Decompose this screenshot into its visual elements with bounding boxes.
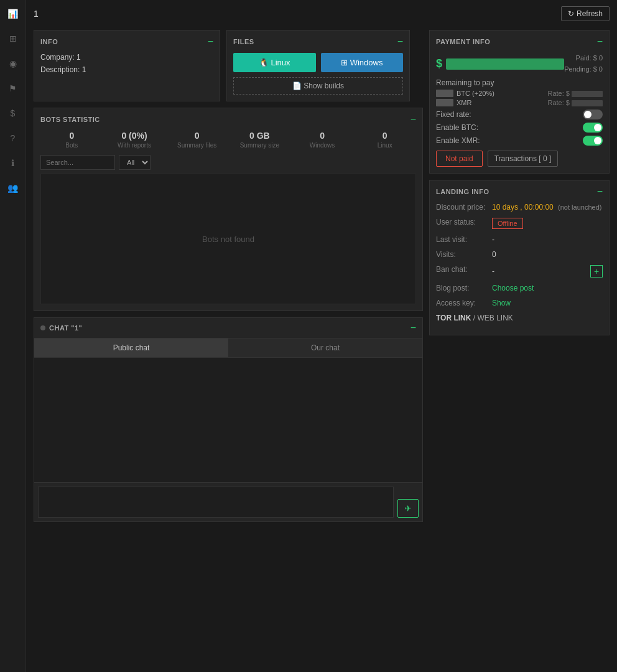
files-panel-header: FILES − [233,37,403,47]
chat-input-area: ✈ [34,482,422,521]
header-row: 1 ↻ Refresh [34,6,610,21]
enable-xmr-row: Enable XMR: [436,136,603,146]
globe-icon[interactable]: ◉ [6,56,21,71]
stats-row: 0 Bots 0 (0%) With reports 0 Summary fil… [40,131,416,149]
linux-button[interactable]: 🐧 Linux [233,53,316,72]
btc-label: BTC (+20%) [457,90,547,97]
payment-panel-title: PAYMENT INFO [436,38,490,45]
ban-chat-label: Ban chat: [436,265,492,274]
flag-icon[interactable]: ⚑ [6,81,21,96]
last-visit-label: Last visit: [436,235,492,244]
landing-panel-header: LANDING INFO − [436,187,603,197]
enable-xmr-label: Enable XMR: [436,136,480,145]
top-section: INFO − Company: 1 Description: 1 [34,30,610,522]
chat-panel-title: CHAT "1" [49,324,82,332]
files-panel-title: FILES [233,38,254,45]
web-link-label: WEB LINK [477,314,513,322]
info-icon[interactable]: ℹ [6,156,21,170]
tor-web-link: TOR LINK / WEB LINK [436,314,513,322]
files-panel: FILES − 🐧 Linux ⊞ Windows 📄 Show builds [226,30,410,101]
blog-post-value: Choose post [492,284,603,292]
user-status-value: Offline [492,218,603,229]
enable-btc-label: Enable BTC: [436,123,478,132]
choose-post-link[interactable]: Choose post [492,284,534,292]
right-column: PAYMENT INFO − $ Paid: $ 0 Pending: $ 0 … [429,30,610,522]
send-icon: ✈ [404,503,412,513]
chat-header: CHAT "1" − [34,318,422,338]
not-paid-button[interactable]: Not paid [436,151,483,167]
visits-value: 0 [492,250,603,259]
access-key-label: Access key: [436,299,492,307]
bots-collapse-button[interactable]: − [411,114,416,124]
enable-xmr-toggle[interactable] [583,136,603,146]
dollar-icon[interactable]: $ [6,106,21,121]
chat-title-row: CHAT "1" [40,324,82,332]
payment-panel: PAYMENT INFO − $ Paid: $ 0 Pending: $ 0 … [429,30,610,174]
bots-panel-header: BOTS STATISTIC − [40,114,416,124]
stat-bots-num: 0 [40,131,103,141]
info-panel: INFO − Company: 1 Description: 1 [34,30,220,101]
show-access-key-button[interactable]: Show [492,299,511,307]
our-chat-tab[interactable]: Our chat [228,338,422,357]
status-badge: Offline [492,218,523,229]
chat-status-dot [40,325,45,330]
landing-panel: LANDING INFO − Discount price: 10 days ,… [429,180,610,335]
company-row: Company: 1 [40,53,213,62]
stat-windows-label: Windows [291,142,354,149]
chart-icon[interactable]: 📊 [6,6,21,21]
discount-value: 10 days , 00:00:00 (not launched) [492,203,603,212]
ban-chat-add-button[interactable]: + [590,265,603,278]
main-content: 1 ↻ Refresh INFO − [26,0,617,672]
chat-collapse-button[interactable]: − [411,323,416,333]
last-visit-row: Last visit: - [436,235,603,244]
info-files-row: INFO − Company: 1 Description: 1 [34,30,423,101]
grid-icon[interactable]: ⊞ [6,31,21,46]
search-input[interactable] [40,155,115,170]
stat-bots: 0 Bots [40,131,103,149]
chat-input[interactable] [38,487,394,518]
search-filter-row: All [40,155,416,170]
page-title: 1 [34,9,39,19]
xmr-bar [436,99,453,106]
access-key-value: Show [492,299,603,307]
show-builds-button[interactable]: 📄 Show builds [233,77,403,95]
ban-chat-control: - + [492,265,603,278]
landing-collapse-button[interactable]: − [597,187,603,197]
landing-panel-title: LANDING INFO [436,188,489,195]
bots-panel: BOTS STATISTIC − 0 Bots 0 (0%) With repo… [34,108,423,311]
btc-bar [436,90,453,97]
refresh-button[interactable]: ↻ Refresh [561,6,610,21]
os-buttons: 🐧 Linux ⊞ Windows [233,53,403,72]
payment-bar [446,58,564,70]
pending-amount: Pending: $ 0 [564,64,603,75]
help-icon[interactable]: ? [6,131,21,146]
visits-label: Visits: [436,250,492,259]
payment-dollar-row: $ Paid: $ 0 Pending: $ 0 [436,53,603,75]
stat-windows: 0 Windows [291,131,354,149]
btc-row: BTC (+20%) Rate: $ [436,90,603,97]
discount-label: Discount price: [436,203,492,212]
files-collapse-button[interactable]: − [397,37,403,47]
fixed-rate-label: Fixed rate: [436,110,471,119]
stat-linux-num: 0 [353,131,416,141]
info-collapse-button[interactable]: − [208,37,213,47]
fixed-rate-toggle[interactable] [583,110,603,119]
stat-size-num: 0 GB [228,131,291,141]
send-button[interactable]: ✈ [397,499,419,518]
public-chat-tab[interactable]: Public chat [34,338,228,357]
enable-btc-toggle[interactable] [583,123,603,133]
access-key-row: Access key: Show [436,299,603,307]
users-icon[interactable]: 👥 [6,180,21,195]
info-panel-title: INFO [40,38,58,45]
payment-collapse-button[interactable]: − [597,37,603,47]
bots-panel-title: BOTS STATISTIC [40,116,100,123]
sidebar: 📊 ⊞ ◉ ⚑ $ ? ℹ 👥 [0,0,26,672]
stat-bots-label: Bots [40,142,103,149]
windows-button[interactable]: ⊞ Windows [321,53,404,72]
info-panel-header: INFO − [40,37,213,47]
bots-table: Bots not found [40,174,416,304]
transactions-button[interactable]: Transactions [ 0 ] [488,151,559,167]
filter-select[interactable]: All [119,155,151,170]
left-column: INFO − Company: 1 Description: 1 [34,30,423,522]
stat-size: 0 GB Summary size [228,131,291,149]
